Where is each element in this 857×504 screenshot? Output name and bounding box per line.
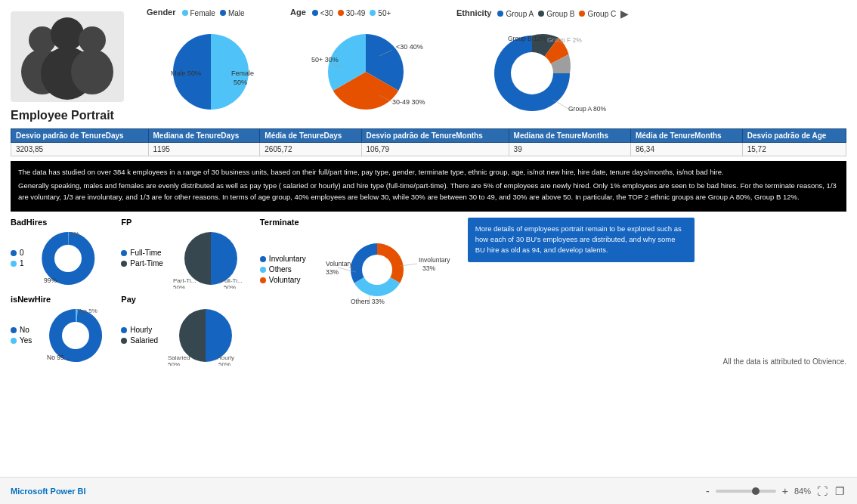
- table-header-3: Desvio padrão de TenureMonths: [361, 129, 509, 143]
- age-chart-block: Age <30 30-49: [290, 8, 441, 122]
- terminate-col: Terminate Involuntary Others: [260, 218, 460, 366]
- others-dot: [260, 267, 266, 273]
- attribution-text: All the data is attributed to Obvience.: [468, 335, 846, 366]
- group-c-dot: [579, 11, 585, 17]
- female-dot: [182, 10, 188, 16]
- svg-text:50+ 30%: 50+ 30%: [311, 56, 339, 63]
- svg-text:33%: 33%: [422, 264, 435, 272]
- svg-point-16: [511, 52, 553, 94]
- logo-image: [11, 8, 124, 106]
- voluntary-label: Voluntary: [269, 276, 301, 284]
- bad1-label: 1: [20, 259, 24, 267]
- hourly-dot: [121, 327, 127, 333]
- terminate-block: Terminate Involuntary Others: [260, 218, 460, 311]
- ethnicity-nav-arrow[interactable]: ▶: [620, 8, 629, 20]
- terminate-inner: Involuntary Others Voluntary: [260, 228, 460, 311]
- svg-text:30-49 30%: 30-49 30%: [392, 98, 425, 106]
- svg-text:No 95...: No 95...: [47, 354, 70, 361]
- powerbi-link[interactable]: Microsoft Power BI: [11, 487, 86, 496]
- ethnicity-legend-a: Group A: [497, 10, 534, 18]
- fp-parttime: Part-Time: [121, 259, 163, 267]
- footer-right: - + 84% ⛶ ❐: [704, 484, 846, 499]
- terminate-legend: Involuntary Others Voluntary: [260, 255, 306, 284]
- blue-info-box: More details of employees portrait remai…: [468, 218, 695, 262]
- pay-hourly: Hourly: [121, 326, 158, 334]
- terminate-involuntary: Involuntary: [260, 255, 306, 263]
- zoom-thumb[interactable]: [752, 487, 760, 495]
- age-legend-30-49: 30-49: [338, 9, 366, 17]
- svg-text:50%: 50%: [173, 284, 185, 289]
- bottom-section: BadHires 0 1: [11, 218, 846, 366]
- fp-block: FP Full-Time Part-Time: [121, 218, 252, 289]
- table-header-4: Mediana de TenureMonths: [509, 129, 630, 143]
- group-c-label: Group C: [587, 10, 616, 18]
- age-3049-label: 30-49: [346, 9, 366, 17]
- zoom-out-button[interactable]: -: [704, 484, 711, 499]
- zoom-in-button[interactable]: +: [781, 484, 790, 499]
- pay-salaried: Salaried: [121, 336, 158, 345]
- gender-title: Gender: [147, 8, 176, 17]
- fullscreen-button[interactable]: ❐: [834, 484, 846, 499]
- info-attribution-col: More details of employees portrait remai…: [468, 218, 846, 366]
- svg-text:Yes 5%: Yes 5%: [77, 308, 97, 314]
- age-50plus-label: 50+: [378, 9, 391, 17]
- bad0-dot: [11, 250, 17, 256]
- svg-text:Others 33%: Others 33%: [351, 298, 385, 305]
- table-cell-6: 15,72: [742, 143, 846, 156]
- fp-inner: Full-Time Part-Time Part-Ti... 50%: [121, 228, 252, 289]
- fp-pay-col: FP Full-Time Part-Time: [121, 218, 252, 366]
- table-header-6: Desvio padrão de Age: [742, 129, 846, 143]
- svg-point-24: [62, 322, 89, 349]
- age-legend-50plus: 50+: [370, 9, 391, 17]
- male-dot: [220, 10, 226, 16]
- svg-text:Male 50%: Male 50%: [171, 70, 201, 77]
- table-header-2: Média de TenureDays: [260, 129, 361, 143]
- table-data-row: 3203,85 1195 2605,72 106,79 39 86,34 15,…: [11, 143, 846, 156]
- zoom-slider[interactable]: [716, 490, 776, 493]
- svg-text:50%: 50%: [168, 361, 180, 366]
- gender-chart-block: Gender Female Male: [147, 8, 275, 122]
- gender-legend: Female Male: [182, 9, 245, 17]
- yes-dot: [11, 338, 17, 344]
- top-section: Employee Portrait Gender Female: [11, 8, 846, 124]
- gender-legend-female: Female: [182, 9, 215, 17]
- table-header-1: Mediana de TenureDays: [148, 129, 260, 143]
- fulltime-label: Full-Time: [130, 249, 161, 257]
- table-header-row: Desvio padrão de TenureDays Mediana de T…: [11, 129, 846, 143]
- salaried-dot: [121, 338, 127, 344]
- table-cell-2: 2605,72: [260, 143, 361, 156]
- male-label: Male: [228, 9, 245, 17]
- svg-text:50%: 50%: [218, 361, 230, 366]
- svg-text:99%: 99%: [44, 277, 57, 284]
- others-label: Others: [269, 265, 292, 274]
- svg-point-35: [362, 255, 392, 285]
- age-lt30-label: <30: [320, 9, 333, 17]
- logo-area: Employee Portrait: [11, 8, 139, 122]
- svg-line-20: [553, 100, 568, 109]
- svg-text:33%: 33%: [326, 268, 339, 276]
- svg-text:1%: 1%: [70, 230, 79, 237]
- ethnicity-chart-block: Ethnicity Group A Group B: [456, 8, 629, 124]
- fit-page-button[interactable]: ⛶: [815, 484, 829, 499]
- info-line2: Generally speaking, males and females ar…: [18, 181, 839, 203]
- svg-text:Voluntary: Voluntary: [326, 260, 353, 267]
- footer-left: Microsoft Power BI: [11, 487, 86, 496]
- parttime-label: Part-Time: [130, 259, 163, 267]
- ethnicity-legend-c: Group C: [579, 10, 616, 18]
- fp-title: FP: [121, 218, 252, 227]
- table-cell-5: 86,34: [630, 143, 742, 156]
- age-legend-lt30: <30: [312, 9, 333, 17]
- badhires-title: BadHires: [11, 218, 113, 227]
- salaried-label: Salaried: [130, 336, 158, 345]
- parttime-dot: [121, 261, 127, 267]
- info-line1: The data has studied on over 384 k emplo…: [18, 167, 839, 178]
- svg-text:Full-Ti...: Full-Ti...: [221, 277, 243, 284]
- ethnicity-legend: Group A Group B Group C ▶: [497, 8, 629, 20]
- pay-inner: Hourly Salaried Salaried 50%: [121, 305, 252, 366]
- zoom-level: 84%: [794, 487, 811, 496]
- no-label: No: [20, 326, 29, 334]
- ethnicity-pie-container: Group F 2% Group B 12% Group A 80%: [456, 24, 608, 124]
- fulltime-dot: [121, 250, 127, 256]
- svg-text:Female: Female: [231, 70, 254, 77]
- pay-legend: Hourly Salaried: [121, 326, 158, 345]
